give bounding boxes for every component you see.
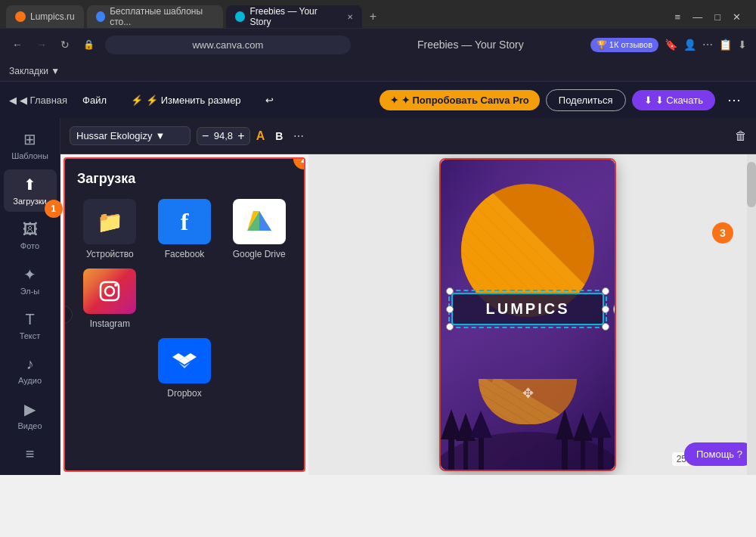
window-controls: ≡ — □ ✕ xyxy=(666,10,750,24)
sidebar: ⊞ Шаблоны ⬆ Загрузки 1 🖼 Фото ✦ Эл-ы T xyxy=(0,118,60,475)
device-label: Устройство xyxy=(86,249,134,259)
canvas-card[interactable]: ↻ LUMPICS xyxy=(441,160,615,470)
address-bar-spacer: Freebies — Your Story xyxy=(358,39,583,51)
font-select[interactable]: Hussar Ekologizy ▼ xyxy=(70,126,191,145)
font-decrease-button[interactable]: − xyxy=(202,129,209,143)
help-button[interactable]: Помощь ? xyxy=(684,442,747,466)
google-drive-svg xyxy=(246,208,273,235)
upload-panel: 2 ‹ Загрузка 📁 Устройство xyxy=(64,157,305,472)
font-color-button[interactable]: A xyxy=(256,129,265,143)
address-bar: ← → ↻ 🔒 Freebies — Your Story 🏆 1К отзыв… xyxy=(0,29,756,61)
font-size-value: 94,8 xyxy=(212,130,234,141)
sidebar-item-elements[interactable]: ✦ Эл-ы xyxy=(4,259,57,302)
window-close-icon[interactable]: ✕ xyxy=(730,10,744,24)
refresh-button[interactable]: ↻ xyxy=(57,36,73,54)
back-button[interactable]: ← xyxy=(9,36,26,54)
video-icon: ▶ xyxy=(24,400,36,418)
tab-add-button[interactable]: + xyxy=(365,8,381,25)
panel-close-button[interactable]: ‹ xyxy=(64,306,73,324)
badge-2: 2 xyxy=(293,157,305,169)
review-badge[interactable]: 🏆 1К отзывов xyxy=(590,38,658,52)
google-drive-icon-box xyxy=(233,199,286,244)
elements-label: Эл-ы xyxy=(20,287,40,296)
window-maximize-icon[interactable]: □ xyxy=(711,10,723,24)
svg-point-4 xyxy=(105,287,114,296)
lumpics-text: LUMPICS xyxy=(486,300,570,317)
upload-item-dropbox[interactable]: Dropbox xyxy=(77,338,292,399)
upload-item-instagram[interactable]: Instagram xyxy=(77,268,143,329)
handle-br[interactable] xyxy=(602,323,609,331)
home-label: ◀ Главная xyxy=(20,95,67,106)
resize-icon: ⚡ xyxy=(131,95,143,106)
sidebar-item-text[interactable]: T Текст xyxy=(4,305,57,346)
upload-item-facebook[interactable]: f Facebook xyxy=(152,199,218,259)
upload-item-device[interactable]: 📁 Устройство xyxy=(77,199,143,259)
undo-button[interactable]: ↩ xyxy=(256,90,283,110)
instagram-label: Instagram xyxy=(90,318,130,329)
elements-icon: ✦ xyxy=(23,265,36,284)
font-increase-button[interactable]: + xyxy=(237,129,244,143)
tab-favicon-lumpics xyxy=(15,11,26,22)
sidebar-item-audio[interactable]: ♪ Аудио xyxy=(4,349,57,391)
browser-settings-icon[interactable]: 📋 xyxy=(719,39,732,51)
handle-mr[interactable] xyxy=(602,306,609,313)
scrollbar-thumb[interactable] xyxy=(747,162,756,207)
right-scrollbar[interactable] xyxy=(747,154,756,475)
badge-3: 3 xyxy=(712,222,733,244)
tab-lumpics[interactable]: Lumpics.ru xyxy=(6,5,84,28)
device-icon-box: 📁 xyxy=(83,199,136,244)
delete-element-button[interactable]: 🗑 xyxy=(735,129,747,143)
download-button[interactable]: ⬇ ⬇ Скачать xyxy=(632,90,715,110)
browser-chrome: Lumpics.ru Бесплатные шаблоны сто... Fre… xyxy=(0,0,756,82)
resize-button[interactable]: ⚡ ⚡ Изменить размер xyxy=(122,90,250,110)
upload-item-google-drive[interactable]: Google Drive xyxy=(226,199,292,259)
window-menu-icon[interactable]: ≡ xyxy=(672,10,684,24)
try-pro-button[interactable]: ✦ ✦ Попробовать Canva Pro xyxy=(380,90,540,110)
lumpics-container[interactable]: ↻ LUMPICS xyxy=(448,290,607,328)
tab-close-story[interactable]: ✕ xyxy=(347,13,353,21)
canvas-wrapper[interactable]: ↻ LUMPICS xyxy=(441,160,615,470)
tab-freebies-story[interactable]: Freebies — Your Story ✕ xyxy=(226,5,362,28)
home-back-button[interactable]: ◀ ◀ Главная xyxy=(9,95,67,106)
instagram-svg xyxy=(96,278,123,305)
canvas-area: 3 xyxy=(308,154,747,475)
bookmark-icon[interactable]: 🔖 xyxy=(665,39,677,51)
uploads-label: Загрузки xyxy=(13,197,46,206)
handle-ml[interactable] xyxy=(446,306,454,313)
share-button[interactable]: Поделиться xyxy=(546,89,626,111)
handle-tr[interactable] xyxy=(602,287,609,295)
window-minimize-icon[interactable]: — xyxy=(689,10,705,24)
sidebar-item-templates[interactable]: ⊞ Шаблоны xyxy=(4,124,57,166)
selection-border: ↻ LUMPICS xyxy=(448,290,607,328)
video-label: Видео xyxy=(17,421,42,430)
forward-button[interactable]: → xyxy=(33,36,50,54)
tab-freebies-templates[interactable]: Бесплатные шаблоны сто... xyxy=(87,5,223,28)
dropbox-label: Dropbox xyxy=(167,388,201,399)
profile-icon[interactable]: 👤 xyxy=(683,39,696,51)
file-menu-button[interactable]: Файл xyxy=(73,90,116,110)
lumpics-box[interactable]: LUMPICS xyxy=(451,293,604,325)
sidebar-item-more[interactable]: ≡ xyxy=(4,439,57,469)
address-input[interactable] xyxy=(105,36,351,54)
text-icon: T xyxy=(25,311,34,328)
font-size-control: − 94,8 + xyxy=(197,127,250,145)
sidebar-item-video[interactable]: ▶ Видео xyxy=(4,394,57,436)
sidebar-item-photos[interactable]: 🖼 Фото xyxy=(4,215,57,256)
download-icon[interactable]: ⬇ xyxy=(738,39,747,51)
templates-icon: ⊞ xyxy=(23,130,36,148)
more-icon: ≡ xyxy=(26,445,35,463)
handle-bl[interactable] xyxy=(446,323,454,331)
font-more-button[interactable]: ⋯ xyxy=(293,130,304,142)
bookmarks-label[interactable]: Закладки ▼ xyxy=(9,66,60,76)
font-dropdown-icon: ▼ xyxy=(155,130,165,141)
extensions-icon[interactable]: ⋯ xyxy=(702,39,713,51)
tab-bar: Lumpics.ru Бесплатные шаблоны сто... Fre… xyxy=(0,0,756,29)
font-color-a-label: A xyxy=(256,129,265,142)
font-bold-button[interactable]: B xyxy=(271,127,287,145)
handle-tl[interactable] xyxy=(446,287,454,295)
more-options-button[interactable]: ⋯ xyxy=(721,88,747,111)
sidebar-item-uploads[interactable]: ⬆ Загрузки 1 xyxy=(4,169,57,212)
device-icon: 📁 xyxy=(97,210,123,234)
dropbox-icon-box xyxy=(158,338,211,383)
instagram-icon-box xyxy=(83,268,136,314)
